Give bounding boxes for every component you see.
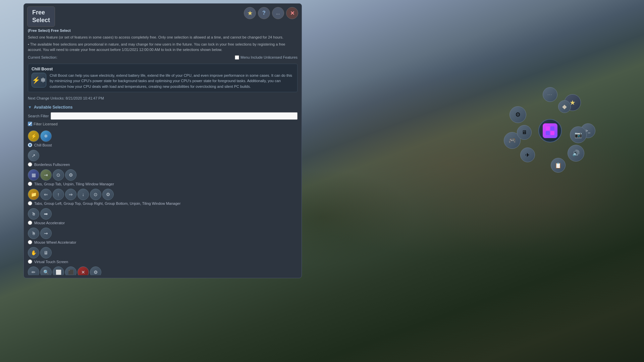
list-item: ↗ Borderless Fullscreen (28, 149, 298, 168)
close-button[interactable]: ✕ (286, 7, 298, 19)
mouse-accel-icon2: ➡ (40, 208, 52, 220)
tiles-radio-row: Tiles, Group Tab, Unjoin, Tiling Window … (28, 182, 298, 186)
borderless-label: Borderless Fullscreen (34, 163, 70, 167)
arrow-icon: ▼ (28, 105, 32, 110)
list-item: ⚡ ❄ Chill Boost (28, 129, 298, 148)
chill-boost-radio-row: Chill Boost (28, 143, 298, 147)
glass-icon5: ✕ (77, 266, 89, 275)
svg-rect-1 (550, 126, 554, 130)
tiles-icons-row: ▦ ⇥ ⊙ ⚙ (28, 169, 298, 181)
title-line1: Free (32, 9, 50, 16)
mouse-accel-icons-row: 🖱 ➡ (28, 208, 298, 220)
touch-label: Virtual Touch Screen (34, 260, 68, 264)
radial-item-diamond[interactable]: ◆ (558, 100, 571, 113)
tiles-icon2: ⇥ (40, 169, 52, 181)
tabs-label: Tabs, Group Left, Group Top, Group Right… (34, 201, 180, 205)
tiles-label: Tiles, Group Tab, Unjoin, Tiling Window … (34, 182, 114, 186)
description-text: Select one feature (or set of features i… (28, 35, 298, 40)
radial-item-monitor[interactable]: 🖥 (517, 125, 532, 140)
unlock-text: Next Change Unlocks: 8/21/2020 10:41:47 … (28, 96, 298, 100)
glass-icon4: ⬛ (65, 266, 76, 275)
radial-menu: ··· ★ >_ 🔊 📋 ✈ 🎮 🖥 ⚙ ◆ 📷 (510, 90, 590, 171)
glass-icon1: ✏ (28, 266, 39, 275)
mouse-wheel-icon1: 🖱 (28, 228, 39, 239)
radial-item-camera[interactable]: 📷 (570, 126, 587, 143)
current-selection-label: Current Selection: (28, 55, 57, 59)
chill-boost-radio[interactable] (28, 143, 32, 147)
glass-icon2: 🔍 (40, 266, 52, 275)
current-feature-name: Chill Boost (32, 67, 294, 71)
touch-radio-row: Virtual Touch Screen (28, 259, 298, 264)
menu-checkbox-row: Menu Include Unlicensed Features (235, 55, 298, 60)
mouse-accel-radio-row: Mouse Accelerator (28, 221, 298, 225)
touch-icon1: ✋ (28, 247, 39, 258)
mouse-wheel-icon2: ⇝ (40, 228, 52, 239)
borderless-radio-row: Borderless Fullscreen (28, 162, 298, 167)
radial-item-more[interactable]: ··· (543, 87, 557, 102)
chill-boost-label: Chill Boost (34, 143, 52, 147)
svg-rect-0 (546, 126, 550, 130)
tabs-icon3: ↑ (53, 189, 64, 200)
mouse-wheel-icons-row: 🖱 ⇝ (28, 228, 298, 239)
note-text: • The available free selections are prom… (28, 42, 298, 53)
svg-rect-2 (546, 131, 550, 135)
tabs-radio[interactable] (28, 201, 32, 205)
subtitle-text: (Free Select) Free Select (28, 28, 298, 34)
mouse-accel-radio[interactable] (28, 221, 32, 225)
feature-icons-row: ⚡ ❄ (28, 130, 298, 142)
touch-radio[interactable] (28, 259, 32, 264)
list-item: 🖱 ➡ Mouse Accelerator (28, 207, 298, 226)
search-row: Search Filter (28, 112, 298, 120)
current-selection-box: Chill Boost ⚡❄ Chill Boost can help you … (28, 64, 298, 93)
radial-item-settings[interactable]: ⚙ (509, 106, 526, 123)
tabs-icon1: 📁 (28, 189, 39, 200)
filter-licensed-checkbox[interactable] (28, 122, 32, 126)
dialog-title: Free Select (27, 6, 55, 27)
chill-boost-icon2: ❄ (40, 130, 52, 142)
available-selections-header: ▼ Available Selections (28, 105, 298, 110)
filter-licensed-label: Filter Licensed (34, 122, 58, 126)
star-button[interactable]: ★ (244, 7, 256, 19)
menu-include-checkbox[interactable] (235, 55, 239, 60)
main-dialog: Free Select ★ ? ... ✕ (Free Select) Free… (23, 3, 302, 278)
mouse-wheel-radio[interactable] (28, 240, 32, 244)
title-line2: Select (32, 16, 50, 24)
tiles-icon3: ⊙ (53, 169, 64, 181)
tabs-icon5: ↓ (77, 189, 89, 200)
tabs-icon4: ⇒ (65, 189, 76, 200)
touch-icon2: 🖥 (40, 247, 52, 258)
search-input[interactable] (51, 112, 298, 120)
list-item: 🖱 ⇝ Mouse Wheel Accelerator (28, 227, 298, 245)
mouse-accel-icon1: 🖱 (28, 208, 39, 220)
section-title: Available Selections (34, 105, 73, 110)
search-filter-label: Search Filter (28, 114, 49, 118)
tiles-icon4: ⚙ (65, 169, 76, 181)
list-item: ▦ ⇥ ⊙ ⚙ Tiles, Group Tab, Unjoin, Tiling… (28, 168, 298, 187)
touch-icons-row: ✋ 🖥 (28, 247, 298, 258)
help-button[interactable]: ? (258, 7, 270, 19)
feature-description: Chill Boost can help you save electricit… (50, 73, 294, 89)
radial-item-airplane[interactable]: ✈ (520, 147, 535, 162)
dialog-header: Free Select ★ ? ... ✕ (24, 4, 302, 28)
current-selection-row: Current Selection: Menu Include Unlicens… (28, 55, 298, 60)
list-item: ✋ 🖥 Virtual Touch Screen (28, 246, 298, 265)
mouse-wheel-radio-row: Mouse Wheel Accelerator (28, 240, 298, 244)
radial-center-icon (543, 123, 557, 138)
glass-icon3: ⬜ (53, 266, 64, 275)
radial-center[interactable] (538, 119, 562, 142)
chill-boost-icon1: ⚡ (28, 130, 39, 142)
mouse-wheel-label: Mouse Wheel Accelerator (34, 240, 76, 244)
borderless-icons-row: ↗ (28, 150, 298, 161)
tabs-radio-row: Tabs, Group Left, Group Top, Group Right… (28, 201, 298, 205)
tiles-icon1: ▦ (28, 169, 39, 181)
radial-item-clipboard[interactable]: 📋 (551, 158, 566, 173)
tiles-radio[interactable] (28, 182, 32, 186)
tabs-icons-row: 📁 ⇐ ↑ ⇒ ↓ ⊙ ⚙ (28, 189, 298, 200)
svg-rect-3 (550, 131, 554, 135)
radial-item-sound[interactable]: 🔊 (568, 145, 584, 162)
feature-icon: ⚡❄ (32, 73, 46, 87)
feature-list: ⚡ ❄ Chill Boost ↗ Borderless Fullscreen (28, 129, 298, 275)
more-button[interactable]: ... (272, 7, 284, 19)
borderless-radio[interactable] (28, 162, 32, 167)
list-item: 📁 ⇐ ↑ ⇒ ↓ ⊙ ⚙ Tabs, Group Left, Group To… (28, 188, 298, 206)
